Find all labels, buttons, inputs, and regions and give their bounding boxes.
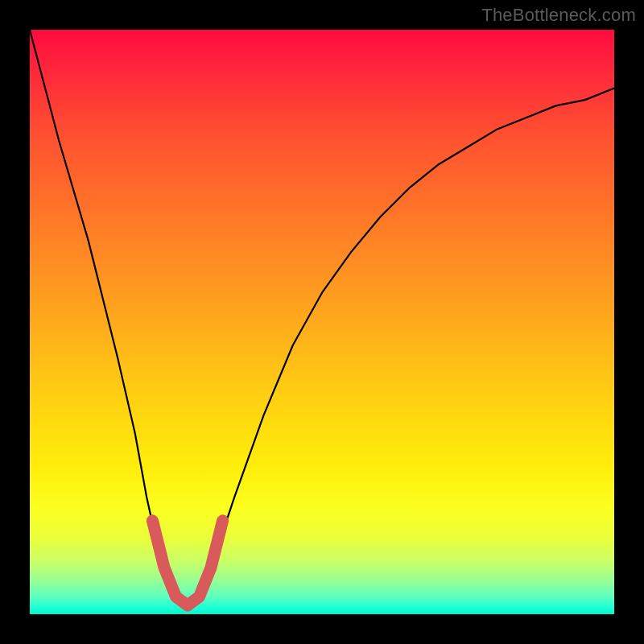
chart-frame: TheBottleneck.com (0, 0, 644, 644)
bottleneck-curve (30, 30, 614, 605)
plot-area (30, 30, 614, 614)
curve-layer (30, 30, 614, 614)
watermark-text: TheBottleneck.com (481, 5, 636, 26)
highlight-u (152, 521, 222, 605)
